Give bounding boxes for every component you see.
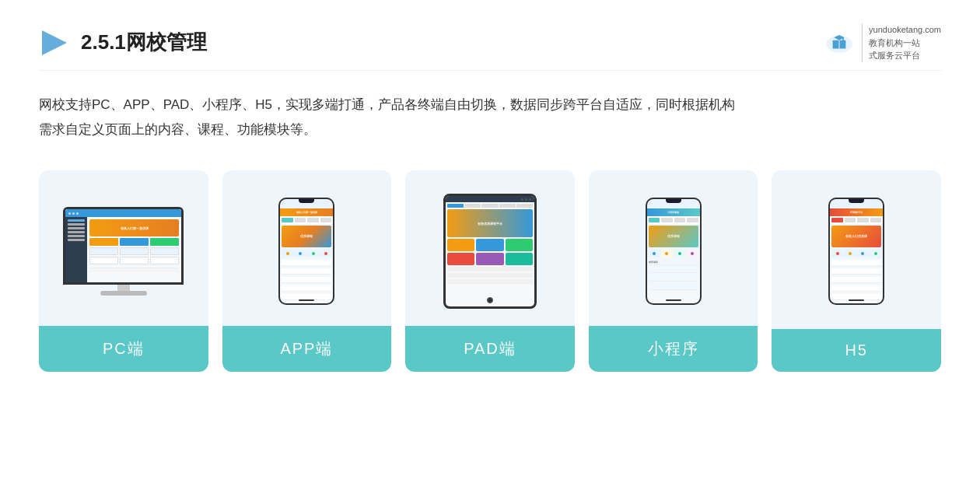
card-h5-label: H5: [772, 329, 941, 372]
pad-mockup: 创造优质课程平台: [443, 194, 537, 309]
card-app-image: 创造人们第一堂优课 优质课程: [222, 170, 392, 326]
card-pad-image: 创造优质课程平台: [405, 170, 575, 326]
cards-container: 创造人们第一堂优课: [39, 170, 941, 372]
card-miniapp-image: 小程序课堂 优质课程: [589, 170, 758, 326]
description-text: 网校支持PC、APP、PAD、小程序、H5，实现多端打通，产品各终端自由切换，数…: [39, 93, 739, 143]
title-bold: 网校管理: [126, 30, 207, 54]
logo-tagline2: 式服务云平台: [869, 49, 941, 62]
card-app: 创造人们第一堂优课 优质课程: [222, 170, 392, 372]
header-left: 2.5.1网校管理: [39, 27, 207, 58]
svg-marker-0: [42, 30, 67, 55]
svg-rect-7: [842, 37, 844, 40]
card-pad-label: PAD端: [405, 326, 575, 372]
phone-app-mockup: 创造人们第一堂优课 优质课程: [278, 198, 334, 305]
card-app-label: APP端: [222, 326, 392, 372]
card-pc: 创造人们第一堂优课: [39, 170, 208, 372]
logo-tagline1: 教育机构一站: [869, 37, 941, 50]
phone-h5-mockup: H5网校平台 创造人们优质课: [828, 198, 884, 305]
title-number: 2.5.1: [81, 30, 126, 54]
logo-text: yunduoketang.com 教育机构一站 式服务云平台: [862, 23, 941, 62]
phone-miniapp-mockup: 小程序课堂 优质课程: [646, 198, 702, 305]
page: 2.5.1网校管理 yunduoketang.com 教育机构一站 式服务云平台: [0, 0, 980, 490]
card-miniapp-label: 小程序: [589, 326, 758, 372]
page-title: 2.5.1网校管理: [81, 29, 207, 56]
card-pc-image: 创造人们第一堂优课: [39, 170, 208, 326]
pc-monitor: 创造人们第一堂优课: [63, 207, 184, 296]
logo-domain: yunduoketang.com: [869, 23, 941, 37]
card-pc-label: PC端: [39, 326, 208, 372]
play-icon: [39, 27, 70, 58]
card-h5: H5网校平台 创造人们优质课: [772, 170, 941, 372]
card-h5-image: H5网校平台 创造人们优质课: [772, 170, 941, 326]
card-miniapp: 小程序课堂 优质课程: [589, 170, 758, 372]
logo-area: yunduoketang.com 教育机构一站 式服务云平台: [823, 23, 941, 62]
card-pad: 创造优质课程平台: [405, 170, 575, 372]
logo-cloud-icon: [823, 28, 856, 58]
header: 2.5.1网校管理 yunduoketang.com 教育机构一站 式服务云平台: [39, 23, 941, 71]
